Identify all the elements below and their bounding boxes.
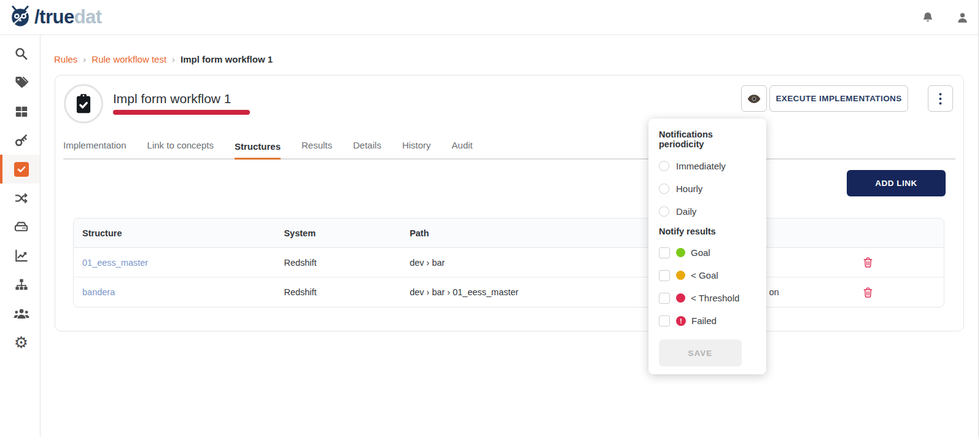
sidebar-nav: ⚙ xyxy=(0,35,41,437)
checkbox-option-below-goal[interactable]: < Goal xyxy=(659,264,756,287)
below-threshold-status-dot xyxy=(676,293,685,303)
sidebar-item-permissions[interactable] xyxy=(0,126,40,155)
option-label: < Threshold xyxy=(691,293,739,303)
option-label: Goal xyxy=(691,247,710,258)
topbar: /truedat xyxy=(0,0,980,35)
owl-logo-icon xyxy=(9,5,32,29)
structure-link[interactable]: 01_eess_master xyxy=(82,258,148,268)
option-label: < Goal xyxy=(691,270,718,280)
sidebar-item-rules[interactable] xyxy=(0,155,40,184)
eye-icon xyxy=(747,94,761,104)
grid-icon xyxy=(15,105,28,118)
radio-option-daily[interactable]: Daily xyxy=(659,200,756,223)
sitemap-icon xyxy=(14,278,29,292)
periodicity-title: Notifications periodicity xyxy=(659,130,756,149)
radio-icon xyxy=(659,161,669,171)
shuffle-icon xyxy=(14,191,29,205)
sidebar-item-users[interactable] xyxy=(0,299,40,328)
tags-icon xyxy=(14,75,29,90)
tab-results[interactable]: Results xyxy=(301,137,332,158)
more-options-button[interactable] xyxy=(928,85,953,112)
breadcrumb-separator: › xyxy=(172,54,175,64)
sidebar-item-systems[interactable] xyxy=(0,212,40,241)
execute-implementations-button[interactable]: EXECUTE IMPLEMENTATIONS xyxy=(769,85,908,112)
notify-results-title: Notify results xyxy=(659,226,756,236)
user-account-icon[interactable] xyxy=(953,9,971,27)
watch-subscribe-button[interactable] xyxy=(741,85,767,112)
hard-drive-icon xyxy=(14,220,29,234)
sidebar-item-lineage[interactable] xyxy=(0,184,40,212)
structure-link[interactable]: bandera xyxy=(82,287,115,297)
column-header-system: System xyxy=(275,228,401,238)
sidebar-item-settings[interactable]: ⚙ xyxy=(0,328,40,357)
breadcrumb-current-page: Impl form workflow 1 xyxy=(181,54,273,64)
path-cell: dev › bar › 01_eess_master xyxy=(401,287,637,297)
add-link-button[interactable]: ADD LINK xyxy=(847,170,946,196)
notifications-bell-icon[interactable] xyxy=(919,9,937,27)
sidebar-item-dashboards[interactable] xyxy=(0,97,40,126)
checkbox-icon xyxy=(659,293,670,304)
tab-details[interactable]: Details xyxy=(353,137,381,158)
users-group-icon xyxy=(14,307,29,320)
system-cell: Redshift xyxy=(275,287,401,297)
path-cell: dev › bar xyxy=(401,258,637,268)
tab-link-to-concepts[interactable]: Link to concepts xyxy=(147,137,214,158)
tab-history[interactable]: History xyxy=(402,137,431,158)
breadcrumb: Rules › Rule workflow test › Impl form w… xyxy=(54,54,273,64)
checkbox-option-failed[interactable]: ! Failed xyxy=(659,309,756,332)
delete-link-button[interactable] xyxy=(860,284,876,300)
goal-status-dot xyxy=(676,248,685,257)
failed-exclamation-icon: ! xyxy=(676,316,686,326)
notifications-popup: Notifications periodicity Immediately Ho… xyxy=(648,118,766,374)
check-square-icon xyxy=(14,162,29,177)
table-row: 01_eess_master Redshift dev › bar xyxy=(74,248,944,277)
option-label: Daily xyxy=(676,206,696,217)
checkbox-icon xyxy=(659,270,670,281)
kebab-menu-icon xyxy=(939,93,942,105)
breadcrumb-rule-workflow-test[interactable]: Rule workflow test xyxy=(91,54,166,64)
gear-icon: ⚙ xyxy=(14,335,28,350)
column-header-path: Path xyxy=(401,228,637,238)
checkbox-option-goal[interactable]: Goal xyxy=(659,241,756,264)
tab-structures[interactable]: Structures xyxy=(235,138,281,160)
column-header-structure: Structure xyxy=(74,228,275,238)
tab-bar: Implementation Link to concepts Structur… xyxy=(63,137,955,160)
below-goal-status-dot xyxy=(676,271,685,280)
radio-option-hourly[interactable]: Hourly xyxy=(659,177,756,200)
option-label: Hourly xyxy=(676,184,702,194)
delete-link-button[interactable] xyxy=(860,255,876,271)
implementation-avatar xyxy=(64,84,103,123)
breadcrumb-separator: › xyxy=(83,54,86,64)
clipboard-check-icon xyxy=(73,93,94,115)
system-cell: Redshift xyxy=(275,258,401,268)
chart-line-icon xyxy=(14,249,29,263)
sidebar-item-taxonomy[interactable] xyxy=(0,270,40,299)
key-icon xyxy=(14,133,28,147)
save-button[interactable]: SAVE xyxy=(659,339,742,366)
checkbox-icon xyxy=(659,247,670,258)
implementation-card: Impl form workflow 1 EXECUTE IMPLEMENTAT… xyxy=(55,75,964,331)
checkbox-icon xyxy=(659,315,670,327)
trash-icon xyxy=(863,287,873,298)
breadcrumb-rules[interactable]: Rules xyxy=(54,54,77,64)
structures-table: Structure System Path 01_eess_master Red… xyxy=(73,218,944,307)
option-label: Immediately xyxy=(676,161,726,171)
radio-option-immediately[interactable]: Immediately xyxy=(659,155,756,177)
option-label: Failed xyxy=(691,315,717,326)
radio-icon xyxy=(659,206,669,217)
checkbox-option-below-threshold[interactable]: < Threshold xyxy=(659,287,756,309)
search-icon xyxy=(14,47,28,61)
sidebar-item-search[interactable] xyxy=(0,39,40,68)
table-header-row: Structure System Path xyxy=(74,218,944,248)
radio-icon xyxy=(659,184,669,194)
trash-icon xyxy=(863,257,873,268)
logo-wordmark: /truedat xyxy=(34,6,102,28)
sidebar-item-quality[interactable] xyxy=(0,241,40,270)
truedat-logo[interactable]: /truedat xyxy=(9,5,102,29)
title-underline-bar xyxy=(113,110,250,115)
tab-audit[interactable]: Audit xyxy=(452,137,473,158)
table-row: bandera Redshift dev › bar › 01_eess_mas… xyxy=(74,277,944,307)
tab-implementation[interactable]: Implementation xyxy=(63,137,126,158)
page-title: Impl form workflow 1 xyxy=(113,91,231,106)
sidebar-item-tags[interactable] xyxy=(0,68,40,97)
